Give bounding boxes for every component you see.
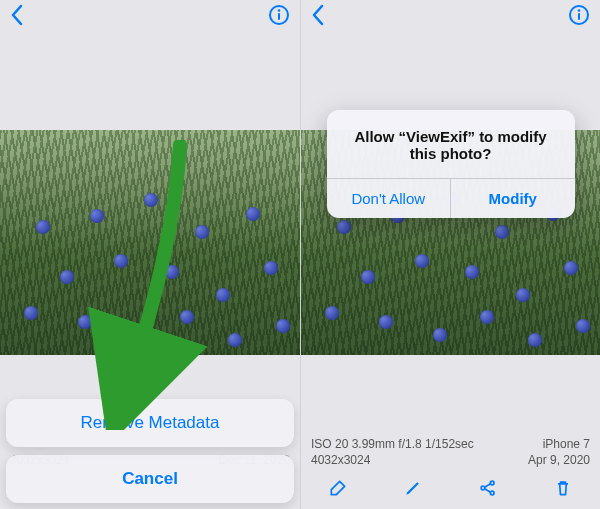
alert-message: Allow “ViewExif” to modify this photo? [327, 110, 575, 178]
remove-metadata-button[interactable]: Remove Metadata [6, 399, 294, 447]
permission-alert: Allow “ViewExif” to modify this photo? D… [327, 110, 575, 218]
meta-device: iPhone 7 [528, 437, 590, 451]
svg-point-7 [490, 481, 494, 485]
metadata-footer: ISO 20 3.99mm f/1.8 1/152sec 4032x3024 i… [301, 431, 600, 471]
meta-date: Apr 9, 2020 [528, 453, 590, 467]
trash-icon [553, 478, 573, 498]
svg-point-4 [578, 9, 581, 12]
screen-permission-alert: ISO 20 3.99mm f/1.8 1/152sec 4032x3024 i… [300, 0, 600, 509]
pencil-icon [403, 478, 423, 498]
modify-button[interactable]: Modify [450, 179, 575, 218]
meta-exif: ISO 20 3.99mm f/1.8 1/152sec [311, 437, 474, 451]
erase-button[interactable] [328, 478, 348, 502]
svg-point-6 [481, 486, 485, 490]
bottom-toolbar [301, 471, 600, 509]
delete-button[interactable] [553, 478, 573, 502]
back-button[interactable] [311, 4, 325, 30]
screen-action-sheet: 4032x3024 Dec 11, 2020 Remove Metadata C… [0, 0, 300, 509]
svg-rect-5 [578, 13, 580, 20]
nav-bar [301, 0, 600, 34]
dont-allow-button[interactable]: Don't Allow [327, 179, 451, 218]
info-button[interactable] [568, 4, 590, 30]
meta-dimensions: 4032x3024 [311, 453, 474, 467]
action-sheet: Remove Metadata Cancel [6, 399, 294, 503]
share-icon [478, 478, 498, 498]
cancel-button[interactable]: Cancel [6, 455, 294, 503]
chevron-left-icon [311, 4, 325, 26]
svg-point-8 [490, 491, 494, 495]
share-button[interactable] [478, 478, 498, 502]
edit-button[interactable] [403, 478, 423, 502]
info-circle-icon [568, 4, 590, 26]
eraser-icon [328, 478, 348, 498]
